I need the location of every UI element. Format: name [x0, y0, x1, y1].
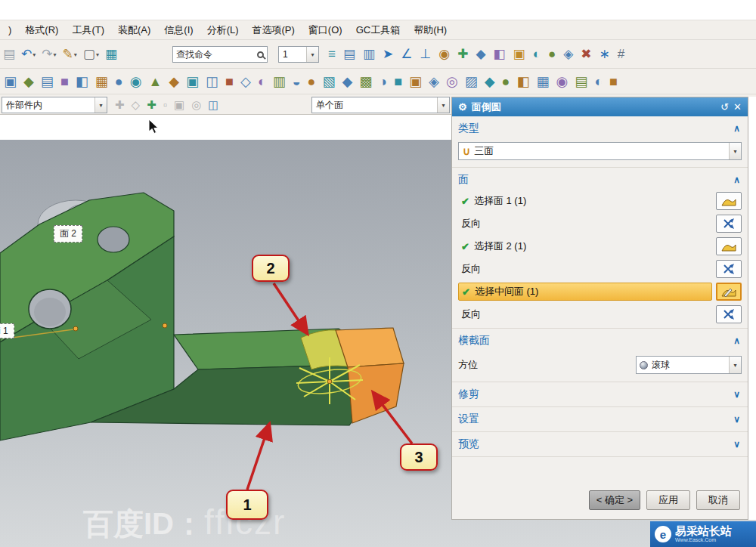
toolbar-icon[interactable]: ◫ — [206, 75, 218, 88]
toolbar-icon[interactable]: ✖ — [581, 48, 591, 60]
toolbar-icon[interactable]: ■ — [225, 75, 234, 88]
toolbar-icon[interactable]: ▣ — [186, 75, 199, 88]
chevron-up-icon[interactable]: ∧ — [733, 335, 740, 346]
menu-item[interactable]: ) — [2, 24, 18, 36]
section-preview[interactable]: 预览 ∨ — [452, 432, 748, 454]
toolbar-icon[interactable]: ◆ — [485, 75, 495, 88]
cancel-button[interactable]: 取消 — [696, 490, 740, 510]
menu-item[interactable]: 首选项(P) — [246, 23, 302, 37]
toolbar-icon[interactable]: ▦ — [95, 75, 108, 88]
section-trim[interactable]: 修剪 ∨ — [452, 382, 748, 404]
toolbar-icon[interactable]: ✚ — [457, 48, 468, 60]
toolbar-icon[interactable]: ▤ — [41, 75, 54, 88]
caret-down-icon[interactable]: ▾ — [33, 52, 36, 60]
toolbar-icon[interactable]: ▫ — [163, 99, 167, 110]
toolbar-icon[interactable]: ▩ — [359, 75, 372, 88]
caret-down-icon[interactable]: ▾ — [54, 52, 57, 60]
toolbar-icon[interactable]: ◉ — [556, 75, 568, 88]
view-scale-combo[interactable]: 1 ▾ — [278, 46, 319, 63]
toolbar-icon[interactable]: ▦ — [536, 75, 549, 88]
toolbar-icon[interactable]: ◉ — [130, 75, 142, 88]
toolbar-icon[interactable]: ■ — [394, 75, 402, 88]
caret-down-icon[interactable]: ▾ — [729, 143, 741, 159]
chevron-up-icon[interactable]: ∧ — [733, 175, 740, 185]
ok-button[interactable]: < 确定 > — [589, 490, 640, 510]
selection-scope-combo[interactable]: 作部件内 ▾ — [2, 97, 107, 113]
toolbar-icon[interactable]: ● — [548, 48, 556, 60]
toolbar-icon[interactable]: ▨ — [465, 75, 478, 88]
menu-item[interactable]: 窗口(O) — [302, 23, 349, 37]
toolbar-icon[interactable]: ⊥ — [420, 48, 432, 60]
toolbar-icon[interactable]: ◐ — [258, 75, 266, 88]
chevron-down-icon[interactable]: ∨ — [733, 414, 740, 425]
toolbar-icon[interactable]: ∗ — [600, 48, 610, 60]
dialog-header[interactable]: ⚙ 面倒圆 ↺ ✕ — [452, 97, 748, 116]
orientation-combo[interactable]: 滚球 ▾ — [636, 356, 742, 374]
toolbar-icon[interactable]: ◉ — [438, 48, 450, 60]
reverse-1-row[interactable]: 反向 — [452, 212, 748, 235]
middle-face-select-button[interactable] — [716, 283, 742, 301]
toolbar-icon[interactable]: ◐ — [594, 75, 603, 88]
section-face[interactable]: 面 ∧ — [452, 168, 748, 190]
redo-button[interactable]: ↷▾ — [42, 48, 56, 60]
toolbar-icon[interactable]: ▲ — [148, 75, 162, 88]
toolbar-icon[interactable]: ◒ — [293, 75, 301, 88]
toolbar-icon[interactable]: ▧ — [322, 75, 335, 88]
command-search-input[interactable] — [176, 49, 257, 60]
toolbar-icon[interactable]: ◧ — [494, 48, 506, 60]
reverse-direction-button[interactable] — [716, 260, 742, 278]
dialog-reset-icon[interactable]: ↺ — [720, 101, 729, 113]
caret-down-icon[interactable]: ▾ — [437, 97, 449, 113]
menu-item[interactable]: 格式(R) — [18, 23, 65, 37]
chevron-up-icon[interactable]: ∧ — [733, 123, 740, 134]
toolbar-icon[interactable]: ◇ — [240, 75, 251, 88]
menu-item[interactable]: 分析(L) — [200, 23, 246, 37]
toolbar-icon[interactable]: ◫ — [208, 99, 218, 110]
reverse-3-row[interactable]: 反向 — [452, 303, 748, 326]
toolbar-icon[interactable]: ◈ — [429, 75, 439, 88]
toolbar-icon[interactable]: ▥ — [273, 75, 286, 88]
toolbar-icon[interactable]: ● — [308, 75, 316, 88]
reverse-direction-button[interactable] — [716, 305, 742, 323]
toolbar-icon[interactable]: ◎ — [446, 75, 458, 88]
bore-hole-top[interactable] — [98, 227, 129, 252]
face-select-button[interactable] — [716, 237, 742, 255]
menu-item[interactable]: 装配(A) — [111, 23, 157, 37]
toolbar-icon[interactable]: ▤ — [343, 48, 355, 60]
paste-button[interactable]: ▤ — [3, 48, 15, 60]
toolbar-icon[interactable]: ▣ — [174, 99, 184, 110]
section-type[interactable]: 类型 ∧ — [452, 116, 748, 138]
toolbar-icon[interactable]: ◧ — [76, 75, 88, 88]
toolbar-icon[interactable]: ◆ — [23, 75, 34, 88]
toolbar-icon[interactable]: ■ — [609, 75, 618, 88]
caret-down-icon[interactable]: ▾ — [74, 52, 77, 60]
toolbar-icon[interactable]: ◆ — [476, 48, 485, 60]
toolbar-icon[interactable]: ◈ — [563, 48, 573, 60]
toolbar-icon[interactable]: ∠ — [401, 48, 412, 60]
toolbar-icon[interactable]: ▤ — [575, 75, 587, 88]
point-handle[interactable] — [163, 323, 167, 328]
toolbar-icon[interactable]: ✚ — [147, 99, 156, 110]
reverse-direction-button[interactable] — [716, 215, 742, 233]
apply-button[interactable]: 应用 — [646, 490, 690, 510]
highlight-face-top[interactable] — [336, 328, 404, 367]
section-cross-section[interactable]: 横截面 ∧ — [452, 329, 748, 351]
toolbar-icon[interactable]: ◆ — [342, 75, 352, 88]
toolbar-icon[interactable]: ◎ — [191, 99, 201, 110]
toolbar-icon[interactable]: ■ — [60, 75, 69, 88]
toolbar-icon[interactable]: ▣ — [4, 75, 17, 88]
toolbar-icon[interactable]: ◑ — [379, 75, 387, 88]
toolbar-icon[interactable]: ◐ — [533, 48, 541, 60]
toolbar-icon[interactable]: ◧ — [516, 75, 529, 88]
menu-item[interactable]: GC工具箱 — [349, 23, 407, 37]
undo-button[interactable]: ↶▾ — [21, 48, 36, 60]
menu-item[interactable]: 帮助(H) — [407, 23, 454, 37]
toolbar-icon[interactable]: ◇ — [132, 99, 141, 110]
toolbar-icon[interactable]: ▣ — [409, 75, 422, 88]
toolbar-icon[interactable]: ● — [502, 75, 510, 88]
section-settings[interactable]: 设置 ∨ — [452, 407, 748, 429]
caret-down-icon[interactable]: ▾ — [94, 97, 107, 113]
point-handle[interactable] — [73, 326, 78, 331]
toolbar-icon[interactable]: ≡ — [328, 48, 336, 60]
select-face-2-row[interactable]: ✔ 选择面 2 (1) — [452, 235, 748, 258]
